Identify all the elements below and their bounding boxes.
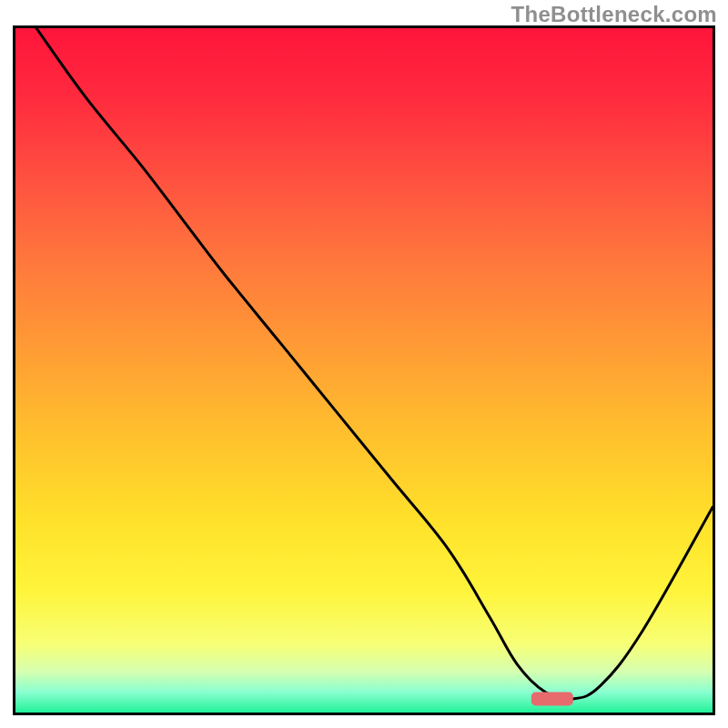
plot-area [13, 25, 715, 715]
chart-stage: TheBottleneck.com [0, 0, 728, 728]
gradient-background [15, 28, 713, 713]
bottleneck-chart [13, 25, 715, 715]
optimal-marker [531, 692, 573, 705]
watermark-text: TheBottleneck.com [511, 2, 717, 27]
